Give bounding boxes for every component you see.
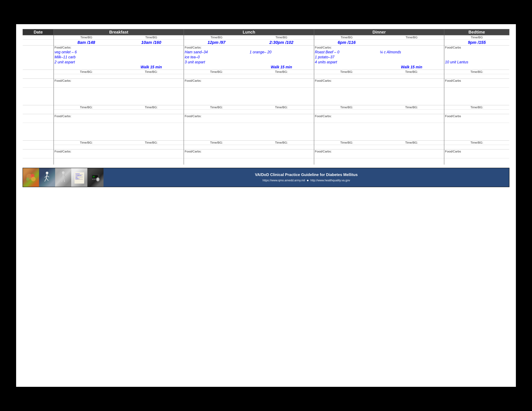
r1-b1-fv2: Milk–11 carb [54,55,119,60]
r1b-l2-timebg: Time/BG: [249,70,314,74]
r1-b1-fv1: veg omlet – 6 [54,50,119,55]
r1-b2-walk: Walk 15 min [119,65,184,70]
svg-line-6 [45,178,46,181]
r1-b1-time: 8am /148 [54,40,119,46]
footer-url1: https://www.qmo.amedd.army.mil [263,179,305,182]
svg-point-2 [26,177,29,181]
r1b-d1-timebg: Time/BG: [314,70,379,74]
breakfast-header: Breakfast [54,29,184,35]
footer-img-food [23,168,39,187]
footer-urls: https://www.qmo.amedd.army.mil ● http://… [263,178,350,182]
r1b-b1-fl: Food/Carbs: [54,79,119,83]
r3-b1-fl: Food/Carbs: [54,149,119,154]
r2-bt-fl: Food/Carbs [444,114,509,118]
svg-point-4 [46,172,48,174]
r3-bt-timebg: Time/BG: [444,140,509,145]
r3-l1-timebg: Time/BG: [184,140,249,145]
sub-b1: Time/BG [54,35,119,40]
r1b-b2-timebg: Time/BG: [119,70,184,74]
footer-url2: http://www.healthquality.va.gov [311,179,350,182]
sub-d2: Time/BG [379,35,444,40]
r1-b1-insulin: 2 unit aspart [54,60,119,65]
row3-vals [23,145,509,149]
sub-b2: Time/BG [119,35,184,40]
row1b-food-label: Food/Carbs: Food/Carbs: Food/Carbs: Food… [23,79,509,83]
r1-l1-fv2: ice tea–0 [184,55,249,60]
spacer-final [23,158,509,165]
sub-d1: Time/BG [314,35,379,40]
r1-d2-time [379,40,444,46]
footer-images: 2:30/102 1 orange-20 beef potato-c 10 [23,168,104,187]
svg-rect-11 [62,174,64,178]
svg-text:potato-c: potato-c [75,178,79,179]
r1b-d2-timebg: Time/BG: [379,70,444,74]
page: Date Breakfast Lunch Dinner Bedtime Time… [16,24,516,387]
spacer1 [23,87,509,105]
r1-l2-time: 2:30pm /102 [249,40,314,46]
svg-text:2:30/102: 2:30/102 [75,173,80,174]
subheader-row: Time/BG Time/BG Time/BG Time/BG Time/BG … [23,35,509,40]
svg-rect-29 [94,179,95,180]
r1-l1-time: 12pm /97 [184,40,249,46]
header-row: Date Breakfast Lunch Dinner Bedtime [23,29,509,35]
r2-d1-fl: Food/Carbs: [314,114,379,118]
row1b-timebg: Time/BG: Time/BG: Time/BG: Time/BG: Time… [23,70,509,74]
svg-line-9 [47,176,49,177]
r1b-b1-timebg: Time/BG: [54,70,119,74]
svg-text:beef: beef [75,177,77,177]
r1-bt-time: 9pm /155 [444,40,509,46]
row1-food-labels: Food/Carbs: Food/Carbs: Food/Carbs: Food… [23,46,509,50]
svg-line-15 [64,178,65,182]
svg-line-7 [46,178,48,181]
r1-d1-insulin: 4 units aspart [314,60,379,65]
row2-food-val [23,118,509,123]
sub-bt: Time/BG [444,35,509,40]
dinner-header: Dinner [314,29,444,35]
r3-l2-timebg: Time/BG: [249,140,314,145]
lunch-header: Lunch [184,29,314,35]
svg-rect-28 [92,179,94,180]
r3-d1-timebg: Time/BG: [314,140,379,145]
row2-timebg: Time/BG: Time/BG: Time/BG: Time/BG: Time… [23,105,509,109]
r1-d2-walk: Walk 15 min [379,65,444,70]
r3-d1-fl: Food/Carbs: [314,149,379,154]
r1-b2-time: 10am /160 [119,40,184,46]
r1-d2-fv1: ¼ c Almonds [379,50,444,55]
r3-d2-timebg: Time/BG: [379,140,444,145]
r1-d1-fv1: Roast Beef – 0 [314,50,379,55]
r1-l1-insulin: 3 unit aspart [184,60,249,65]
date-header: Date [23,29,54,35]
sub-l2: Time/BG [249,35,314,40]
row1-food-val2: Milk–11 carb ice tea–0 1 potato–37 [23,55,509,60]
sub-l1: Time/BG [184,35,249,40]
r1-l1-fv1: Ham sand–34 [184,50,249,55]
svg-point-10 [62,171,65,174]
row1b-food-val [23,83,509,87]
row1-walk: Walk 15 min Walk 15 min Walk 15 min [23,65,509,70]
r1b-bt-timebg: Time/BG: [444,70,509,74]
spacer2 [23,123,509,140]
row1-insulin: 2 unit aspart 3 unit aspart 4 units aspa… [23,60,509,65]
footer-img-walk [39,168,55,187]
r2-bt-timebg: Time/BG: [444,105,509,109]
footer-title: VA/DoD Clinical Practice Guideline for D… [255,172,358,177]
r2-l1-fl: Food/Carbs: [184,114,249,118]
r2-b2-timebg: Time/BG: [119,105,184,109]
r2-b1-fl: Food/Carbs: [54,114,119,118]
r1-l1-food-label: Food/Carbs: [184,46,249,50]
r1b-l1-fl: Food/Carbs: [184,79,249,83]
r3-b1-timebg: Time/BG: [54,140,119,145]
bedtime-header: Bedtime [444,29,509,35]
r2-b1-timebg: Time/BG: [54,105,119,109]
row3-food-label: Food/Carbs: Food/Carbs: Food/Carbs: Food… [23,149,509,154]
footer-img-log: 2:30/102 1 orange-20 beef potato-c [71,168,87,187]
row1b-vals [23,74,509,79]
svg-point-3 [31,177,36,181]
diary-table: Date Breakfast Lunch Dinner Bedtime Time… [23,29,509,165]
svg-text:1 orange-20: 1 orange-20 [75,175,81,176]
r1b-bt-fl: Food/Carbs [444,79,509,83]
row2-food-label: Food/Carbs: Food/Carbs: Food/Carbs: Food… [23,114,509,118]
r1b-d1-fl: Food/Carbs: [314,79,379,83]
r1b-l1-timebg: Time/BG: [184,70,249,74]
footer-img-skeleton [55,168,71,187]
